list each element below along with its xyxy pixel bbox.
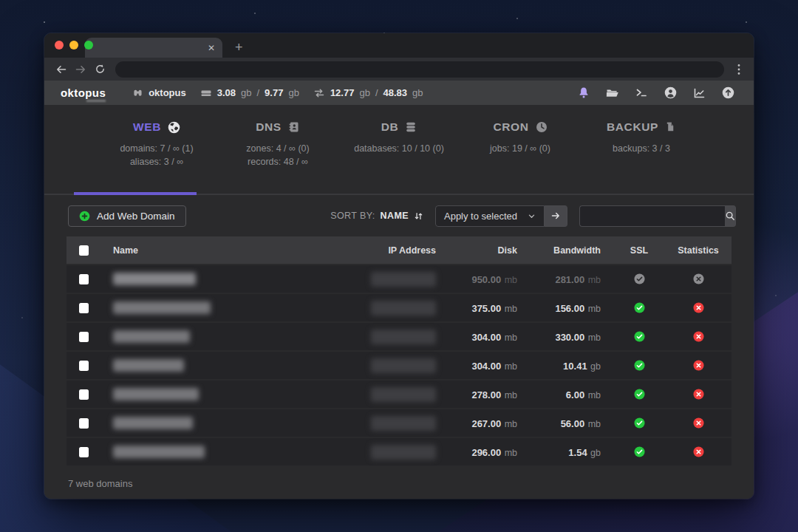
sort-arrows-icon: [414, 211, 423, 221]
row-checkbox[interactable]: [79, 274, 89, 284]
table-row[interactable]: 278.00 mb 6.00 mb: [66, 381, 732, 408]
minimize-window-button[interactable]: [69, 41, 78, 50]
column-header-ssl: SSL: [613, 245, 665, 256]
search-group: [579, 205, 732, 227]
table-row[interactable]: 304.00 mb 330.00 mb: [66, 323, 732, 350]
dns-records-stat: records: 48 / ∞: [217, 155, 338, 168]
tab-backup[interactable]: BACKUP backups: 3 / 3: [581, 120, 702, 194]
app-logo[interactable]: oktopus: [61, 86, 106, 99]
add-web-domain-label: Add Web Domain: [97, 211, 175, 222]
backup-backups-stat: backups: 3 / 3: [581, 142, 702, 155]
table-row[interactable]: 267.00 mb 56.00 mb: [66, 409, 732, 437]
statistics-disabled-icon: [693, 302, 704, 313]
db-databases-stat: databases: 10 / 10 (0): [338, 142, 460, 155]
reload-icon[interactable]: [90, 60, 109, 79]
column-header-ip: IP Address: [310, 245, 436, 256]
bandwidth-used-unit: gb: [359, 87, 369, 98]
apply-to-selected-value: Apply to selected: [444, 211, 517, 222]
tab-cron-label: CRON: [493, 120, 528, 134]
ip-address-redacted: [371, 330, 436, 344]
forward-icon[interactable]: [71, 60, 90, 79]
ip-address-redacted: [371, 416, 436, 431]
column-header-disk: Disk: [436, 245, 517, 256]
select-all-checkbox[interactable]: [79, 245, 89, 256]
table-row[interactable]: 375.00 mb 156.00 mb: [66, 294, 732, 321]
ssl-enabled-icon: [634, 446, 645, 457]
disk-total-unit: gb: [288, 87, 299, 98]
user-account-icon[interactable]: [664, 86, 677, 100]
ssl-enabled-icon: [634, 331, 645, 342]
statistics-disabled-icon: [693, 446, 704, 457]
domain-name-redacted: [113, 301, 211, 314]
account-user: oktopus: [132, 87, 186, 98]
domain-name-redacted: [113, 359, 184, 372]
column-header-statistics: Statistics: [665, 245, 732, 256]
disk-usage: 3.08 gb / 9.77 gb: [200, 87, 299, 99]
row-checkbox[interactable]: [79, 418, 89, 429]
domain-name-redacted: [113, 417, 193, 429]
add-web-domain-button[interactable]: Add Web Domain: [68, 205, 186, 227]
tab-close-icon[interactable]: ✕: [208, 44, 215, 52]
domain-name-redacted: [113, 446, 205, 458]
row-checkbox[interactable]: [79, 361, 89, 371]
browser-toolbar: [44, 58, 754, 81]
row-checkbox[interactable]: [79, 447, 89, 457]
browser-tab[interactable]: ✕: [85, 38, 222, 58]
close-window-button[interactable]: [55, 41, 64, 50]
ip-address-redacted: [371, 301, 436, 316]
dns-zones-stat: zones: 4 / ∞ (0): [217, 142, 338, 155]
domain-name-redacted: [113, 388, 199, 400]
row-checkbox[interactable]: [79, 389, 89, 400]
ssl-enabled-icon: [634, 360, 645, 371]
tab-web-label: WEB: [133, 120, 161, 134]
search-input[interactable]: [579, 205, 725, 227]
notifications-bell-icon[interactable]: [577, 86, 590, 100]
search-icon: [725, 211, 735, 221]
new-tab-button[interactable]: +: [235, 41, 243, 54]
table-row[interactable]: 950.00 mb 281.00 mb: [66, 265, 732, 293]
logout-up-arrow-icon[interactable]: [721, 86, 734, 100]
tab-web[interactable]: WEB domains: 7 / ∞ (1) aliases: 3 / ∞: [96, 120, 217, 194]
browser-menu-icon[interactable]: [732, 64, 746, 75]
sort-control[interactable]: SORT BY: NAME: [330, 211, 423, 221]
statistics-disabled-icon: [693, 417, 704, 429]
statistics-chart-icon[interactable]: [692, 86, 706, 100]
tab-dns[interactable]: DNS zones: 4 / ∞ (0) records: 48 / ∞: [217, 120, 338, 194]
table-row[interactable]: 296.00 mb 1.54 gb: [66, 438, 732, 466]
ssl-enabled-icon: [634, 389, 645, 400]
binoculars-user-icon: [132, 87, 143, 98]
web-aliases-stat: aliases: 3 / ∞: [96, 155, 217, 168]
cron-jobs-stat: jobs: 19 / ∞ (0): [460, 142, 581, 155]
statistics-disabled-icon: [693, 331, 704, 342]
bandwidth-separator: /: [375, 87, 378, 98]
apply-to-selected-dropdown[interactable]: Apply to selected: [435, 205, 545, 227]
file-manager-folder-icon[interactable]: [606, 86, 619, 100]
back-icon[interactable]: [52, 60, 71, 79]
apply-go-button[interactable]: [545, 205, 567, 227]
backup-file-icon: [665, 121, 676, 133]
disk-used-unit: gb: [241, 87, 251, 98]
transfer-arrows-icon: [313, 87, 325, 99]
address-bar[interactable]: [115, 61, 724, 78]
ssl-enabled-icon: [634, 417, 645, 429]
ip-address-redacted: [371, 387, 436, 402]
ip-address-redacted: [371, 272, 436, 287]
disk-total-value: 9.77: [265, 87, 283, 98]
app-logo-text: oktopus: [61, 86, 106, 99]
table-row[interactable]: 304.00 mb 10.41 gb: [66, 352, 732, 379]
zoom-window-button[interactable]: [84, 41, 93, 50]
disk-separator: /: [256, 87, 259, 98]
tab-db-label: DB: [381, 120, 399, 134]
statistics-disabled-icon: [693, 389, 704, 400]
column-header-bandwidth: Bandwidth: [517, 245, 613, 256]
tab-cron[interactable]: CRON jobs: 19 / ∞ (0): [460, 120, 581, 194]
row-checkbox[interactable]: [79, 303, 89, 313]
tab-db[interactable]: DB databases: 10 / 10 (0): [338, 120, 460, 194]
search-button[interactable]: [725, 205, 736, 227]
column-header-name: Name: [100, 245, 310, 256]
terminal-icon[interactable]: [635, 86, 648, 100]
sort-value: NAME: [381, 211, 409, 221]
disk-used-value: 3.08: [217, 87, 236, 98]
web-domains-table: Name IP Address Disk Bandwidth SSL Stati…: [66, 236, 732, 466]
row-checkbox[interactable]: [79, 332, 89, 342]
